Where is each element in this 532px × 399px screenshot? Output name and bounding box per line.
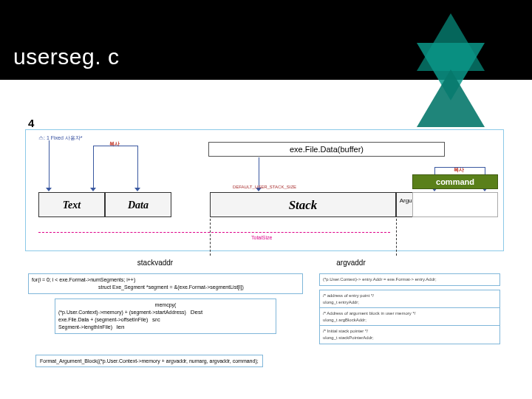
argvaddr-line bbox=[396, 219, 397, 256]
command-target-slot bbox=[412, 192, 498, 217]
stackvaddr-line bbox=[210, 219, 211, 256]
segment-decl: struct Exe_Segment *segment = &(exe.Form… bbox=[98, 284, 244, 291]
segment-stack: Stack bbox=[210, 192, 396, 217]
len-line: Segment->lengthInFile) bbox=[58, 324, 112, 330]
segment-data: Data bbox=[105, 192, 171, 217]
korean-small-label: 스: 1 Fixed 사용자* bbox=[38, 134, 83, 142]
note2a: /* address of entry point */ bbox=[323, 293, 374, 298]
entry-addr-line: (*p.User.Context)-> entry.Addr = exe.For… bbox=[323, 277, 437, 282]
note2b: ulong_t entryAddr; bbox=[323, 300, 359, 304]
note4b: ulong_t stackPointerAddr; bbox=[323, 335, 374, 340]
for-loop-box: for(i = 0; i < exe.Format->numSegments; … bbox=[28, 273, 303, 294]
total-size-label: TotalSize bbox=[251, 235, 272, 240]
note3a: /* Address of argument block in user mem… bbox=[323, 311, 415, 316]
entry-addr-note: /* address of entry point */ ulong_t ent… bbox=[319, 290, 500, 309]
command-box: command bbox=[412, 174, 498, 189]
stackvaddr-label: stackvaddr bbox=[126, 259, 185, 267]
memcpy-label: memcpy( bbox=[58, 301, 273, 309]
exe-file-data-box: exe.File.Data(buffer) bbox=[208, 142, 445, 157]
entry-addr-box: (*p.User.Context)-> entry.Addr = exe.For… bbox=[319, 273, 500, 286]
total-size-range bbox=[38, 232, 390, 233]
stack-size-label: DEFAULT_USER_STACK_SIZE bbox=[210, 185, 319, 189]
memcpy-box: memcpy( (*p.User.Context)->memory) + (se… bbox=[55, 299, 276, 334]
stackptr-note: /* Initial stack pointer */ ulong_t stac… bbox=[319, 325, 500, 344]
note3b: ulong_t argBlockAddr; bbox=[323, 318, 366, 322]
src-line: exe.File.Data + (segment->offsetInFile) bbox=[58, 317, 148, 322]
argvaddr-label: argvaddr bbox=[325, 259, 377, 267]
segment-text: Text bbox=[38, 192, 105, 217]
copy-label-a: 복사 bbox=[109, 140, 120, 148]
dest-line: (*p.User.Context)->memory) + (segment->s… bbox=[58, 310, 186, 315]
format-call: Format_Argument_Block((*p.User.Context->… bbox=[40, 358, 259, 364]
note4a: /* Initial stack pointer */ bbox=[323, 329, 368, 333]
argblock-note: /* Address of argument block in user mem… bbox=[319, 307, 500, 327]
for-line: for(i = 0; i < exe.Format->numSegments; … bbox=[32, 277, 135, 282]
page-number: 4 bbox=[28, 117, 34, 129]
src-tag: src bbox=[152, 316, 160, 323]
page-title: userseg. c bbox=[13, 44, 119, 69]
format-argument-block-box: Format_Argument_Block((*p.User.Context->… bbox=[35, 355, 263, 367]
len-tag: len bbox=[117, 324, 125, 330]
dest-tag: Dest bbox=[191, 309, 202, 316]
